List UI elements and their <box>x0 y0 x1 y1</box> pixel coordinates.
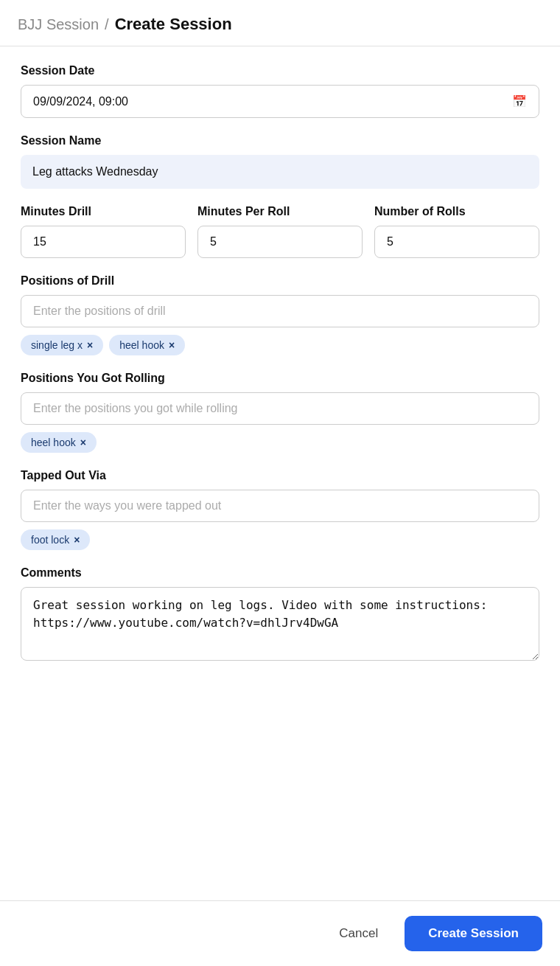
tag-label: heel hook <box>31 437 76 448</box>
session-date-value: 09/09/2024, 09:00 <box>33 95 128 108</box>
tag-heel-hook-rolling: heel hook × <box>21 432 97 453</box>
tag-remove-single-leg-x[interactable]: × <box>87 340 93 350</box>
minutes-per-roll-input[interactable] <box>197 226 363 258</box>
tag-label: foot lock <box>31 534 69 546</box>
session-date-label: Session Date <box>21 64 539 77</box>
page-title: Create Session <box>115 15 232 34</box>
tapped-out-label: Tapped Out Via <box>21 469 539 482</box>
tag-remove-heel-hook-rolling[interactable]: × <box>80 437 86 448</box>
session-date-group: Session Date 09/09/2024, 09:00 📅 <box>21 64 539 118</box>
minutes-per-roll-group: Minutes Per Roll <box>197 205 363 258</box>
minutes-drill-group: Minutes Drill <box>21 205 186 258</box>
tag-label: heel hook <box>119 339 164 351</box>
minutes-row: Minutes Drill Minutes Per Roll Number of… <box>21 205 539 258</box>
tapped-out-tags: foot lock × <box>21 529 539 550</box>
session-name-group: Session Name <box>21 134 539 189</box>
tag-label: single leg x <box>31 339 83 351</box>
minutes-drill-input[interactable] <box>21 226 186 258</box>
positions-drill-label: Positions of Drill <box>21 274 539 288</box>
tag-foot-lock: foot lock × <box>21 529 90 550</box>
number-of-rolls-label: Number of Rolls <box>374 205 539 218</box>
positions-drill-input[interactable] <box>21 295 539 327</box>
cancel-button[interactable]: Cancel <box>324 917 393 950</box>
session-date-input[interactable]: 09/09/2024, 09:00 📅 <box>21 85 539 118</box>
session-name-label: Session Name <box>21 134 539 147</box>
header: BJJ Session / Create Session <box>0 0 560 46</box>
minutes-drill-label: Minutes Drill <box>21 205 186 218</box>
positions-rolling-group: Positions You Got Rolling heel hook × <box>21 372 539 453</box>
tapped-out-input[interactable] <box>21 490 539 522</box>
tag-remove-foot-lock[interactable]: × <box>74 535 80 545</box>
positions-drill-group: Positions of Drill single leg x × heel h… <box>21 274 539 355</box>
form-container: Session Date 09/09/2024, 09:00 📅 Session… <box>0 46 560 900</box>
tag-heel-hook-drill: heel hook × <box>109 335 185 355</box>
minutes-per-roll-label: Minutes Per Roll <box>197 205 363 218</box>
create-session-button[interactable]: Create Session <box>405 916 542 951</box>
number-of-rolls-input[interactable] <box>374 226 539 258</box>
calendar-icon: 📅 <box>512 94 527 108</box>
session-name-input[interactable] <box>21 155 539 189</box>
comments-label: Comments <box>21 566 539 580</box>
footer: Cancel Create Session <box>0 900 560 966</box>
positions-drill-tags: single leg x × heel hook × <box>21 335 539 355</box>
positions-rolling-label: Positions You Got Rolling <box>21 372 539 385</box>
positions-rolling-tags: heel hook × <box>21 432 539 453</box>
breadcrumb-separator: / <box>105 16 109 33</box>
tag-single-leg-x: single leg x × <box>21 335 103 355</box>
comments-group: Comments Great session working on leg lo… <box>21 566 539 664</box>
app-name: BJJ Session <box>18 16 99 33</box>
comments-textarea[interactable]: Great session working on leg logs. Video… <box>21 587 539 661</box>
positions-rolling-input[interactable] <box>21 392 539 425</box>
tapped-out-group: Tapped Out Via foot lock × <box>21 469 539 550</box>
number-of-rolls-group: Number of Rolls <box>374 205 539 258</box>
tag-remove-heel-hook-drill[interactable]: × <box>169 340 175 350</box>
